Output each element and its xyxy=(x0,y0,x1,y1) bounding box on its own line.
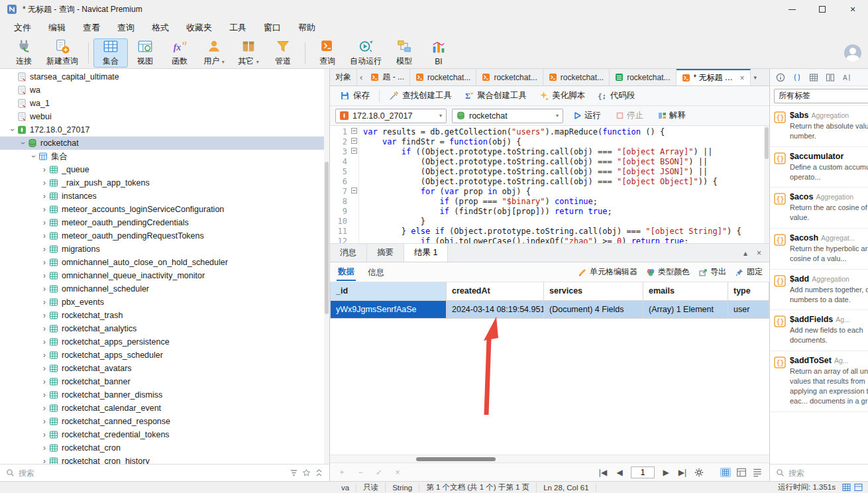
grid-icon[interactable] xyxy=(809,73,818,82)
tree-item[interactable]: ›rocketchat_cron_history xyxy=(0,455,329,464)
close-button[interactable]: × xyxy=(838,0,868,19)
tree-item[interactable]: ›rocketchat_apps_persistence xyxy=(0,335,329,349)
tree-item[interactable]: wa xyxy=(0,83,329,97)
table-cell[interactable]: user xyxy=(728,300,769,318)
menu-item[interactable]: 格式 xyxy=(143,19,178,37)
tree-item[interactable]: webui xyxy=(0,110,329,123)
chevron-right-icon[interactable]: › xyxy=(40,219,49,227)
tree-item[interactable]: starsea_capital_ultimate xyxy=(0,70,329,83)
function-list-item[interactable]: {} $absAggregationReturn the absolute va… xyxy=(770,106,868,147)
grid-hscrollbar[interactable] xyxy=(330,455,769,463)
tree-item[interactable]: ›rocketchat_avatars xyxy=(0,362,329,375)
maximize-button[interactable] xyxy=(807,0,838,19)
tree-item[interactable]: ›rocketchat xyxy=(0,137,329,150)
menu-item[interactable]: 查看 xyxy=(74,19,109,37)
tab-overflow-icon[interactable]: ▾ xyxy=(751,69,761,85)
menu-item[interactable]: 编辑 xyxy=(40,19,74,37)
tree-item[interactable]: ›rocketchat_apps_scheduler xyxy=(0,349,329,362)
chevron-right-icon[interactable]: › xyxy=(40,166,49,174)
toolbar-collection-button[interactable]: 集合 xyxy=(93,38,128,68)
user-avatar[interactable] xyxy=(844,44,861,62)
chevron-right-icon[interactable]: › xyxy=(40,285,49,293)
close-tab-icon[interactable]: × xyxy=(740,74,745,83)
page-number-input[interactable] xyxy=(631,466,655,478)
grid-view-icon[interactable] xyxy=(720,468,731,477)
tree-item[interactable]: ›omnichannel_queue_inactivity_monitor xyxy=(0,269,329,282)
cell-editor-button[interactable]: 单元格编辑器 xyxy=(578,266,637,278)
tree-item[interactable]: ›migrations xyxy=(0,243,329,256)
type-color-button[interactable]: 类型颜色 xyxy=(646,266,690,278)
chevron-right-icon[interactable]: › xyxy=(40,311,49,319)
table-cell[interactable]: 2024-03-14 08:19:54.951 xyxy=(447,300,544,318)
document-tab[interactable]: rocketchat... xyxy=(410,69,476,85)
tree-item[interactable]: ›rocketchat_cron xyxy=(0,441,329,455)
table-cell[interactable]: (Document) 4 Fields xyxy=(544,300,643,318)
chevron-right-icon[interactable]: › xyxy=(40,205,49,213)
tree-item[interactable]: ›meteor_oauth_pendingRequestTokens xyxy=(0,229,329,243)
chevron-right-icon[interactable]: › xyxy=(40,417,49,425)
chevron-down-icon[interactable]: › xyxy=(30,152,38,161)
column-header[interactable]: _id xyxy=(331,282,447,300)
menu-item[interactable]: 收藏夹 xyxy=(178,19,221,37)
toolbar-new-query-button[interactable]: 新建查询 xyxy=(41,38,83,68)
toolbar-connection-button[interactable]: 连接 xyxy=(7,38,41,68)
chevron-right-icon[interactable]: › xyxy=(40,258,49,266)
chevron-right-icon[interactable]: › xyxy=(40,298,49,306)
tree-item[interactable]: ›rocketchat_analytics xyxy=(0,322,329,335)
fold-toggle-icon[interactable]: − xyxy=(350,186,358,195)
column-header[interactable]: services xyxy=(544,282,643,300)
column-header[interactable]: emails xyxy=(643,282,728,300)
chevron-right-icon[interactable]: › xyxy=(40,179,49,187)
tree-item[interactable]: ›pbx_events xyxy=(0,296,329,309)
function-list-item[interactable]: {} $addToSetAg...Return an array of all … xyxy=(770,351,868,411)
toolbar-model-button[interactable]: 模型 xyxy=(387,38,421,68)
database-select[interactable]: rocketchat ▾ xyxy=(452,109,563,123)
tree-item[interactable]: ›omnichannel_auto_close_on_hold_schedule… xyxy=(0,256,329,269)
document-tab[interactable]: rocketchat... xyxy=(610,69,676,85)
chevron-right-icon[interactable]: › xyxy=(40,338,49,346)
tab-data[interactable]: 数据 xyxy=(337,263,356,281)
chevron-right-icon[interactable]: › xyxy=(40,232,49,240)
fold-toggle-icon[interactable]: − xyxy=(350,136,358,146)
add-record-icon[interactable]: + xyxy=(337,468,347,477)
tree-item[interactable]: ›rocketchat_calendar_event xyxy=(0,402,329,415)
tree-search-input[interactable] xyxy=(19,468,286,478)
table-cell[interactable]: yWx9JgmsSenrfAaSe xyxy=(331,300,447,318)
delete-record-icon[interactable]: − xyxy=(355,468,366,477)
tree-item[interactable]: ›meteor_oauth_pendingCredentials xyxy=(0,216,329,229)
menu-item[interactable]: 窗口 xyxy=(255,19,290,37)
function-list-item[interactable]: {} $acosAggregationReturn the arc cosine… xyxy=(770,188,868,229)
text-view-icon[interactable] xyxy=(752,468,763,477)
chevron-right-icon[interactable]: › xyxy=(40,364,49,372)
tree-item[interactable]: ›rocketchat_trash xyxy=(0,309,329,322)
beautify-button[interactable]: 美化脚本 xyxy=(533,88,590,103)
chevron-right-icon[interactable]: › xyxy=(40,192,49,200)
menu-item[interactable]: 查询 xyxy=(109,19,143,37)
toolbar-autorun-button[interactable]: 自动运行 xyxy=(345,38,387,68)
braces-icon[interactable] xyxy=(792,73,802,82)
document-tab[interactable]: rocketchat... xyxy=(543,69,610,85)
reference-search-input[interactable] xyxy=(788,468,868,478)
menu-item[interactable]: 文件 xyxy=(5,19,40,37)
document-tab[interactable]: * 无标题 - ...× xyxy=(677,69,751,85)
function-list-item[interactable]: {} $addAggregationAdd numbers together, … xyxy=(770,270,868,311)
table-row[interactable]: yWx9JgmsSenrfAaSe2024-03-14 08:19:54.951… xyxy=(331,300,769,318)
document-tab[interactable]: 对象 xyxy=(330,69,357,85)
fold-toggle-icon[interactable]: − xyxy=(350,146,358,156)
table-cell[interactable]: (Array) 1 Element xyxy=(643,300,728,318)
chevron-down-icon[interactable]: › xyxy=(9,125,17,135)
tab-result-1[interactable]: 结果 1 xyxy=(404,244,448,262)
chevron-right-icon[interactable]: › xyxy=(40,245,49,253)
column-header[interactable]: createdAt xyxy=(447,282,544,300)
fold-toggle-icon[interactable]: − xyxy=(350,126,358,136)
tree-item[interactable]: ›rocketchat_banner_dismiss xyxy=(0,388,329,402)
function-list-item[interactable]: {} $acoshAggregat...Return the hyperboli… xyxy=(770,229,868,270)
first-page-icon[interactable]: |◀ xyxy=(598,468,608,477)
gear-icon[interactable] xyxy=(694,468,704,477)
toolbar-pipeline-button[interactable]: 管道 xyxy=(266,38,300,68)
chevron-right-icon[interactable]: › xyxy=(40,351,49,359)
form-view-icon[interactable] xyxy=(736,468,747,477)
menu-item[interactable]: 帮助 xyxy=(290,19,324,37)
document-tab[interactable]: rocketchat... xyxy=(476,69,543,85)
chevron-right-icon[interactable]: › xyxy=(40,378,49,386)
